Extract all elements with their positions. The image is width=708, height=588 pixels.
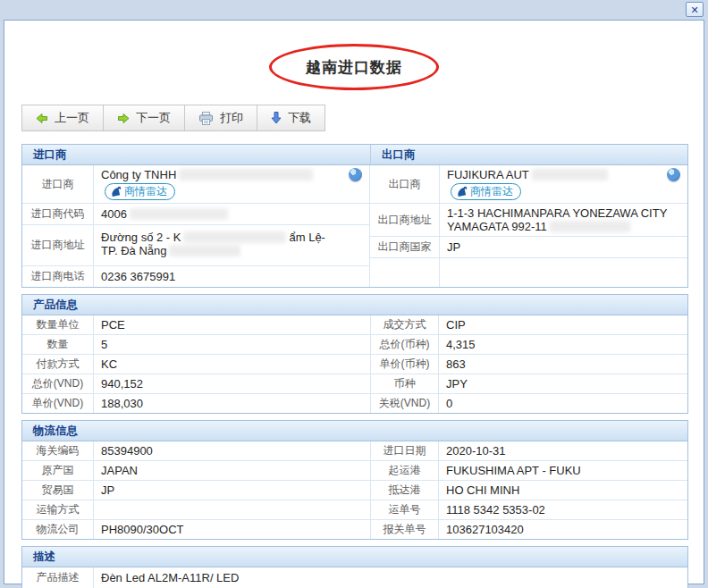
table-row: 出口商 FUJIKURA AUT [370, 165, 687, 203]
field-label: 运单号 [371, 500, 439, 519]
table-row: 出口商地址 1-1-3 HACHIMANPARA YONEZAWA CITY Y… [370, 203, 687, 236]
table-row: 数量 5 总价(币种) 4,315 [22, 334, 687, 354]
table-row: 产品描述 Đèn Led AL2M-A11R/ LED [22, 567, 687, 588]
field-label: 数量 [22, 335, 94, 354]
table-row: 进口商电话 0236 3675991 [22, 265, 369, 287]
redacted-text [169, 245, 240, 256]
field-label: 关税(VND) [371, 394, 439, 413]
detail-content: 进口商 出口商 进口商 Công ty TNHH [21, 144, 688, 588]
red-circle-annotation: 越南进口数据 [269, 44, 439, 90]
radar-icon [456, 186, 468, 197]
radar-badge[interactable]: 商情雷达 [105, 183, 175, 200]
importer-section-title: 进口商 [22, 145, 370, 164]
field-value: 2020-10-31 [439, 441, 687, 460]
redacted-text [183, 231, 286, 243]
field-label: 进口商电话 [22, 266, 94, 287]
logistics-section-title: 物流信息 [22, 421, 78, 441]
prev-page-label: 上一页 [55, 110, 89, 126]
prev-page-button[interactable]: 上一页 [22, 105, 104, 130]
table-row: 进口商代码 4006 [22, 203, 369, 224]
print-button[interactable]: 打印 [185, 105, 257, 130]
field-value: HO CHI MINH [439, 481, 687, 500]
importer-address-2: TP. Đà Nẵng [101, 244, 166, 257]
section-logistics: 物流信息 海关编码 85394900 进口日期 2020-10-31 原产国 J… [21, 420, 688, 540]
arrow-left-icon [36, 113, 48, 124]
field-label: 付款方式 [22, 355, 94, 374]
exporter-country: JP [440, 237, 687, 257]
field-label: 抵达港 [371, 481, 439, 500]
field-label: 出口商地址 [370, 204, 440, 236]
download-arrow-icon [271, 112, 282, 124]
radar-badge-label: 商情雷达 [124, 185, 167, 198]
radar-badge-label: 商情雷达 [470, 185, 513, 198]
exporter-address-cell: 1-1-3 HACHIMANPARA YONEZAWA CITY YAMAGAT… [440, 204, 687, 236]
radar-icon [110, 186, 122, 197]
importer-address-cell: Đường số 2 - Kẩm Lệ- TP. Đà Nẵng [94, 225, 369, 265]
importer-table: 进口商 Công ty TNHH [22, 165, 370, 287]
product-description: Đèn Led AL2M-A11R/ LED [94, 567, 687, 588]
table-row: 付款方式 KC 单价(币种) 863 [22, 354, 687, 374]
close-icon[interactable]: ✕ [686, 2, 704, 17]
table-row: 海关编码 85394900 进口日期 2020-10-31 [22, 441, 687, 460]
field-label: 出口商 [370, 165, 440, 203]
field-label: 贸易国 [22, 481, 94, 500]
table-row: 单价(VND) 188,030 关税(VND) 0 [22, 393, 687, 413]
dialog-titlebar [0, 0, 708, 20]
field-label: 原产国 [22, 461, 94, 480]
field-value: FUKUSHIMA APT - FUKU [439, 461, 687, 480]
exporter-table: 出口商 FUJIKURA AUT [370, 165, 687, 287]
field-value: 85394900 [94, 441, 371, 460]
globe-icon[interactable] [667, 168, 680, 181]
section-product: 产品信息 数量单位 PCE 成交方式 CIP 数量 5 总价(币种) 4,315… [21, 294, 688, 414]
table-row: 进口商 Công ty TNHH [22, 165, 369, 203]
field-label: 海关编码 [22, 441, 94, 460]
importer-name-cell: Công ty TNHH [94, 165, 369, 203]
page-title: 越南进口数据 [306, 57, 402, 78]
field-label: 物流公司 [22, 520, 94, 539]
field-label: 币种 [371, 374, 439, 393]
section-description: 描述 产品描述 Đèn Led AL2M-A11R/ LED [21, 546, 688, 588]
field-value: JP [94, 481, 371, 500]
exporter-section-title: 出口商 [370, 145, 687, 164]
importer-address-1: Đường số 2 - K [101, 231, 181, 244]
table-row: 原产国 JAPAN 起运港 FUKUSHIMA APT - FUKU [22, 460, 687, 480]
field-value: JPY [439, 374, 687, 393]
field-value: PCE [94, 315, 371, 334]
importer-phone: 0236 3675991 [94, 266, 369, 287]
radar-badge[interactable]: 商情雷达 [451, 183, 521, 200]
globe-icon[interactable] [349, 168, 362, 181]
field-label: 单价(VND) [22, 394, 94, 413]
toolbar: 上一页 下一页 打印 下载 [21, 105, 325, 131]
redacted-text [179, 169, 313, 181]
empty-label [370, 258, 440, 287]
redacted-text [532, 169, 608, 181]
next-page-button[interactable]: 下一页 [104, 105, 185, 130]
field-label: 进口日期 [371, 441, 439, 460]
field-label: 报关单号 [371, 520, 439, 539]
section-trader: 进口商 出口商 进口商 Công ty TNHH [21, 144, 688, 288]
importer-name: Công ty TNHH [101, 168, 176, 181]
field-label: 成交方式 [371, 315, 439, 334]
download-button[interactable]: 下载 [257, 105, 324, 130]
exporter-name-cell: FUJIKURA AUT [440, 165, 687, 203]
dialog-panel: 越南进口数据 上一页 下一页 [4, 20, 704, 584]
field-value [94, 500, 371, 519]
field-value: JAPAN [94, 461, 371, 480]
field-label: 单价(币种) [371, 355, 439, 374]
exporter-address-1: 1-1-3 HACHIMANPARA YONEZAWA CITY [447, 206, 680, 220]
table-row: 进口商地址 Đường số 2 - Kẩm Lệ- TP. Đà Nẵng [22, 224, 369, 265]
field-value: 103627103420 [439, 520, 687, 539]
table-row: 物流公司 PH8090/30OCT 报关单号 103627103420 [22, 519, 687, 539]
field-label: 起运港 [371, 461, 439, 480]
field-label: 总价(VND) [22, 374, 94, 393]
empty-value [440, 258, 687, 287]
field-value: KC [94, 355, 371, 374]
field-value: 188,030 [94, 394, 371, 413]
field-label: 产品描述 [22, 567, 94, 588]
field-label: 进口商代码 [22, 204, 94, 224]
table-row: 出口商国家 JP [370, 236, 687, 257]
redacted-text [550, 221, 630, 232]
field-label: 总价(币种) [371, 335, 439, 354]
print-label: 打印 [220, 110, 243, 126]
field-label: 运输方式 [22, 500, 94, 519]
